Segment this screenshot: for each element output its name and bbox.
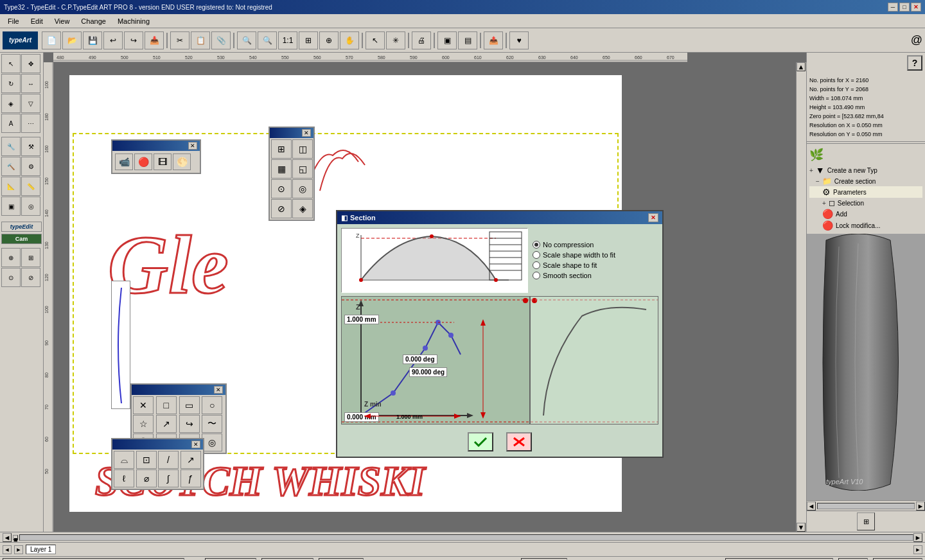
lt-t1[interactable]: 🔧 (1, 137, 21, 156)
float2-btn4[interactable]: 🌕 (173, 153, 191, 170)
sp2[interactable]: ⊡ (136, 451, 157, 469)
lt-c4[interactable]: ⊘ (21, 268, 40, 287)
scroll-right-btn[interactable]: ► (913, 533, 922, 542)
float2-btn3[interactable]: 🎞 (154, 153, 172, 170)
sp6[interactable]: ⌀ (136, 469, 157, 487)
scroll-left-btn[interactable]: ◄ (3, 533, 12, 542)
tree-create-section[interactable]: − 📁 Create section (809, 176, 922, 186)
lt-t7[interactable]: ▣ (1, 197, 21, 216)
float2-title[interactable]: ✕ (112, 141, 200, 151)
sh4[interactable]: ○ (202, 396, 222, 414)
lt-node2[interactable]: ▽ (21, 94, 40, 113)
float2-btn1[interactable]: 📹 (115, 153, 133, 170)
sh2[interactable]: □ (156, 396, 177, 414)
radio-smooth[interactable]: Smooth section (533, 272, 615, 279)
tb-node[interactable]: ✳ (386, 31, 405, 49)
sp7[interactable]: ∫ (158, 469, 179, 487)
layer-scroll-r[interactable]: ► (913, 545, 922, 554)
sp5[interactable]: ℓ (114, 469, 134, 487)
lt-t6[interactable]: 📏 (21, 177, 40, 196)
tool-3[interactable]: ▦ (271, 159, 292, 179)
scroll-down-btn[interactable]: ▼ (797, 523, 806, 532)
tool-4[interactable]: ◱ (292, 159, 313, 179)
tb-import[interactable]: 📥 (145, 31, 164, 49)
scroll-snap-btn[interactable]: ■ (13, 535, 18, 540)
menu-change[interactable]: Change (76, 16, 111, 26)
section-close-button[interactable]: ✕ (648, 213, 658, 222)
radio-scale-fit[interactable]: Scale shape to fit (533, 261, 615, 269)
tb-new[interactable]: 📄 (42, 31, 61, 49)
tb-email[interactable]: @ (911, 33, 922, 47)
lt-t2[interactable]: ⚒ (21, 137, 40, 156)
radio-no-compress-btn[interactable] (533, 241, 540, 249)
tb-cut[interactable]: ✂ (170, 31, 189, 49)
sh1[interactable]: ✕ (133, 396, 154, 414)
radio-scale-width[interactable]: Scale shape width to fit (533, 251, 615, 259)
section-cancel-button[interactable] (506, 432, 532, 451)
tb-open[interactable]: 📂 (62, 31, 82, 49)
minimize-button[interactable]: ─ (888, 3, 898, 12)
menu-edit[interactable]: Edit (26, 16, 48, 26)
sh3[interactable]: ▭ (179, 396, 200, 414)
lt-t3[interactable]: 🔨 (1, 157, 21, 176)
tb-select[interactable]: ↖ (366, 31, 385, 49)
tree-lock[interactable]: 🔴 Lock modifica... (809, 220, 922, 231)
rp-grid-btn[interactable]: ⊞ (857, 512, 875, 530)
lt-arrow[interactable]: ↖ (1, 54, 21, 73)
tb-3d1[interactable]: ▣ (437, 31, 457, 49)
lt-c3[interactable]: ⊙ (1, 268, 21, 287)
tool-1[interactable]: ⊞ (271, 139, 292, 159)
tb-export[interactable]: 📤 (484, 31, 503, 49)
tb-print[interactable]: 🖨 (412, 31, 431, 49)
lt-t8[interactable]: ◎ (21, 197, 40, 216)
lt-c2[interactable]: ⊞ (21, 248, 40, 267)
tb-zoom100[interactable]: 1:1 (278, 31, 297, 49)
tb-paste[interactable]: 📎 (211, 31, 231, 49)
tool-2[interactable]: ◫ (292, 139, 313, 159)
float4-title[interactable]: ✕ (112, 439, 203, 450)
radio-scale-fit-btn[interactable] (533, 261, 540, 269)
layer-name[interactable]: Layer 1 (26, 545, 56, 554)
canvas-scrollbar-v[interactable]: ▲ ▼ (796, 62, 806, 532)
tools-panel-title[interactable]: ✕ (270, 128, 313, 138)
help-button[interactable]: ? (907, 55, 922, 71)
menu-machining[interactable]: Machining (112, 16, 155, 26)
float3-close[interactable]: ✕ (214, 386, 223, 394)
lt-t5[interactable]: 📐 (1, 177, 21, 196)
tb-3d2[interactable]: ▤ (458, 31, 477, 49)
layer-next[interactable]: ► (14, 545, 23, 554)
float2-close[interactable]: ✕ (188, 142, 197, 150)
tb-zoomout[interactable]: 🔍 (258, 31, 277, 49)
lt-rotate[interactable]: ↻ (1, 74, 21, 93)
tools-panel-close[interactable]: ✕ (302, 129, 311, 137)
lt-t4[interactable]: ⚙ (21, 157, 40, 176)
layer-prev[interactable]: ◄ (3, 545, 12, 554)
section-ok-button[interactable] (468, 432, 493, 451)
tb-zoomarea[interactable]: ⊕ (319, 31, 339, 49)
lt-c1[interactable]: ⊕ (1, 248, 21, 267)
tree-selection[interactable]: + ◻ Selection (809, 198, 922, 208)
tb-fav[interactable]: ♥ (509, 31, 529, 49)
tool-7[interactable]: ⊘ (271, 199, 292, 218)
sh5[interactable]: ☆ (133, 415, 154, 433)
sp8[interactable]: ƒ (181, 469, 201, 487)
sh7[interactable]: ↪ (179, 415, 200, 433)
lt-text2[interactable]: ⋯ (21, 114, 40, 133)
sp4[interactable]: ↗ (181, 451, 201, 469)
tb-redo[interactable]: ↪ (124, 31, 143, 49)
tb-zoomfit[interactable]: ⊞ (299, 31, 318, 49)
tb-save[interactable]: 💾 (83, 31, 102, 49)
sp3[interactable]: / (158, 451, 179, 469)
scroll-up-btn[interactable]: ▲ (797, 62, 806, 71)
tree-parameters[interactable]: ⚙ Parameters (809, 186, 922, 198)
lt-text1[interactable]: A (1, 114, 21, 133)
cam-label[interactable]: Cam (1, 234, 42, 244)
tool-6[interactable]: ◎ (292, 179, 313, 198)
lt-move[interactable]: ✥ (21, 54, 40, 73)
radio-scale-width-btn[interactable] (533, 251, 540, 259)
rp-scroll-left[interactable]: ◄ (807, 502, 816, 511)
tb-zoomin[interactable]: 🔍 (237, 31, 256, 49)
tool-8[interactable]: ◈ (292, 199, 313, 218)
tb-undo[interactable]: ↩ (103, 31, 123, 49)
section-dialog-title[interactable]: ◧ Section ✕ (337, 211, 662, 224)
